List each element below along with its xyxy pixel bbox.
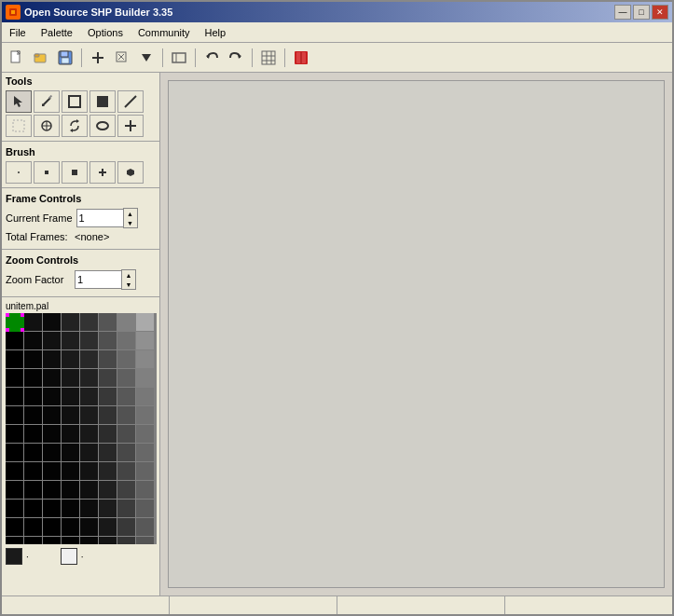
fg-label: · xyxy=(26,552,29,562)
zoom-factor-spinner: ▲ ▼ xyxy=(75,269,136,290)
zoom-factor-arrows: ▲ ▼ xyxy=(121,269,136,290)
tool-rect-outline[interactable] xyxy=(62,90,88,113)
tool-add-point[interactable] xyxy=(117,115,144,137)
brush-hex[interactable] xyxy=(117,161,144,184)
svg-rect-35 xyxy=(13,120,24,131)
tool-pencil[interactable] xyxy=(34,90,60,113)
current-frame-down[interactable]: ▼ xyxy=(124,218,137,227)
save-button[interactable] xyxy=(54,47,76,69)
palette-area: unitem.pal · · xyxy=(2,299,159,595)
tool-rotate[interactable] xyxy=(62,115,88,137)
tool-select[interactable] xyxy=(6,90,32,113)
title-bar: Open Source SHP Builder 3.35 — □ ✕ xyxy=(2,2,672,22)
main-content: Tools xyxy=(2,73,672,595)
undo-button[interactable] xyxy=(200,47,223,69)
brush-tiny[interactable] xyxy=(6,161,32,184)
grid-button[interactable] xyxy=(257,47,280,69)
frame-button[interactable] xyxy=(168,47,190,69)
current-frame-label: Current Frame xyxy=(6,212,73,224)
new-button[interactable] xyxy=(6,47,28,69)
dropdown-button[interactable] xyxy=(135,47,158,69)
separator-1 xyxy=(81,48,82,67)
svg-rect-48 xyxy=(99,171,106,173)
status-seg-1 xyxy=(2,596,170,614)
close-button[interactable]: ✕ xyxy=(652,5,668,20)
separator-3 xyxy=(195,48,196,67)
menu-file[interactable]: File xyxy=(2,22,34,42)
brush-divider xyxy=(2,187,159,188)
zoom-factor-input[interactable] xyxy=(75,270,121,289)
tool-brush[interactable] xyxy=(34,115,60,137)
status-seg-2 xyxy=(170,596,337,614)
open-button[interactable] xyxy=(30,47,52,69)
zoom-divider xyxy=(2,296,159,297)
svg-marker-49 xyxy=(127,169,134,176)
app-icon xyxy=(6,5,21,20)
magic-button[interactable] xyxy=(111,47,133,69)
frame-controls: Current Frame ▲ ▼ Total Frames: <none> xyxy=(2,206,159,247)
separator-2 xyxy=(162,48,163,67)
tool-ellipse[interactable] xyxy=(89,115,116,137)
svg-rect-2 xyxy=(11,10,15,14)
svg-rect-46 xyxy=(72,170,77,175)
svg-marker-28 xyxy=(14,96,22,107)
svg-rect-20 xyxy=(262,51,275,64)
sidebar: Tools xyxy=(2,73,160,595)
add-frame-button[interactable] xyxy=(87,47,109,69)
maximize-button[interactable]: □ xyxy=(633,5,650,20)
status-seg-3 xyxy=(337,596,505,614)
book-button[interactable] xyxy=(290,47,312,69)
status-seg-4 xyxy=(505,596,672,614)
svg-rect-33 xyxy=(97,96,108,107)
svg-marker-39 xyxy=(76,119,79,123)
svg-line-34 xyxy=(125,96,136,107)
tools-divider xyxy=(2,141,159,142)
palette-canvas[interactable] xyxy=(6,313,157,544)
svg-line-29 xyxy=(43,98,50,105)
tools-label: Tools xyxy=(2,73,159,89)
zoom-controls-label: Zoom Controls xyxy=(2,252,159,267)
menu-help[interactable]: Help xyxy=(198,22,234,42)
separator-5 xyxy=(284,48,285,67)
tool-rect-fill[interactable] xyxy=(89,90,116,113)
current-frame-arrows: ▲ ▼ xyxy=(123,208,138,228)
current-frame-input[interactable] xyxy=(76,209,123,227)
zoom-controls: Zoom Factor ▲ ▼ xyxy=(2,267,159,294)
svg-rect-8 xyxy=(61,51,68,57)
frame-divider xyxy=(2,249,159,250)
current-frame-row: Current Frame ▲ ▼ xyxy=(6,208,156,228)
frame-controls-label: Frame Controls xyxy=(2,190,159,206)
current-frame-up[interactable]: ▲ xyxy=(124,209,137,218)
brush-grid xyxy=(2,159,159,185)
canvas-area xyxy=(160,73,672,595)
color-indicators: · · xyxy=(2,544,159,568)
status-bar xyxy=(2,595,672,614)
menu-palette[interactable]: Palette xyxy=(34,22,80,42)
brush-small[interactable] xyxy=(34,161,60,184)
window-title: Open Source SHP Builder 3.35 xyxy=(24,7,172,18)
drawing-canvas[interactable] xyxy=(168,80,665,588)
brush-label: Brush xyxy=(2,144,159,159)
zoom-factor-down[interactable]: ▼ xyxy=(122,280,135,289)
tool-fill[interactable] xyxy=(6,115,32,137)
total-frames-value: <none> xyxy=(75,231,109,242)
total-frames-row: Total Frames: <none> xyxy=(6,231,156,242)
background-color[interactable] xyxy=(61,548,77,565)
bg-label: · xyxy=(81,552,84,562)
zoom-factor-up[interactable]: ▲ xyxy=(122,270,135,280)
svg-rect-45 xyxy=(45,171,48,174)
svg-rect-16 xyxy=(172,53,186,62)
redo-button[interactable] xyxy=(225,47,247,69)
brush-medium[interactable] xyxy=(62,161,88,184)
tool-line[interactable] xyxy=(117,90,144,113)
svg-marker-15 xyxy=(142,54,151,62)
svg-point-41 xyxy=(97,122,108,130)
svg-rect-32 xyxy=(69,96,80,107)
svg-point-44 xyxy=(18,171,20,173)
zoom-factor-label: Zoom Factor xyxy=(6,274,71,285)
menu-options[interactable]: Options xyxy=(80,22,131,42)
minimize-button[interactable]: — xyxy=(614,5,631,20)
brush-plus[interactable] xyxy=(89,161,116,184)
menu-community[interactable]: Community xyxy=(131,22,198,42)
foreground-color[interactable] xyxy=(6,548,22,565)
